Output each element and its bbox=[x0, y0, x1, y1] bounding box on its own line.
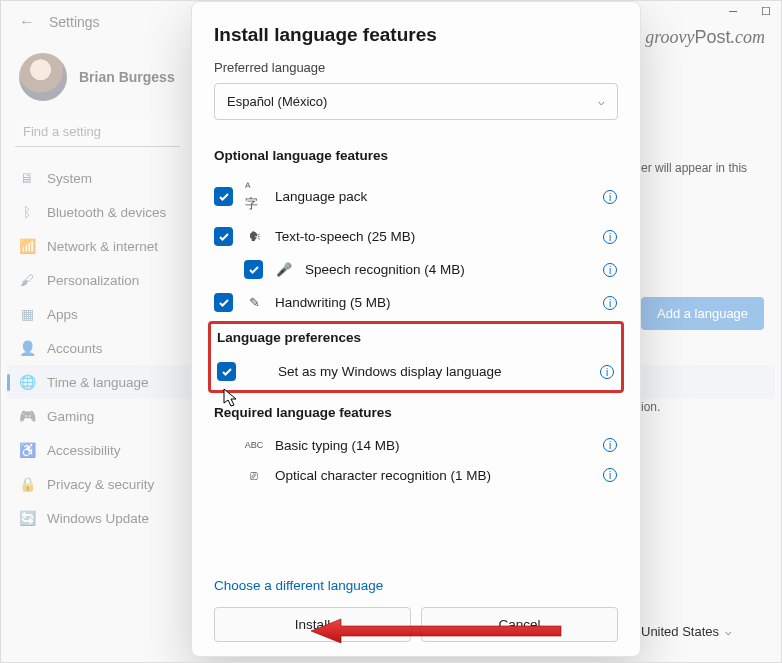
user-name: Brian Burgess bbox=[79, 69, 175, 85]
feature-ocr: ⎚ Optical character recognition (1 MB) i bbox=[214, 460, 618, 490]
nav-icon: 🔒 bbox=[19, 476, 35, 492]
checkbox-checked[interactable] bbox=[214, 187, 233, 206]
svg-text:i: i bbox=[606, 367, 608, 378]
svg-text:i: i bbox=[609, 470, 611, 481]
tts-icon: 🗣 bbox=[245, 229, 263, 244]
avatar bbox=[19, 53, 67, 101]
svg-text:i: i bbox=[609, 192, 611, 203]
nav-icon: 🎮 bbox=[19, 408, 35, 424]
nav-icon: 🖥 bbox=[19, 170, 35, 186]
bg-text: er will appear in this bbox=[641, 161, 781, 175]
svg-text:i: i bbox=[609, 440, 611, 451]
install-button[interactable]: Install bbox=[214, 607, 411, 642]
checkbox-checked[interactable] bbox=[214, 293, 233, 312]
highlight-annotation: Language preferences Set as my Windows d… bbox=[208, 321, 624, 393]
nav-icon: ♿ bbox=[19, 442, 35, 458]
window-title: Settings bbox=[49, 14, 100, 30]
nav-icon: ▦ bbox=[19, 306, 35, 322]
typing-icon: ABC bbox=[245, 440, 263, 450]
nav-icon: 🖌 bbox=[19, 272, 35, 288]
watermark: groovyPost.com bbox=[645, 27, 765, 48]
feature-display-language[interactable]: Set as my Windows display language i bbox=[217, 355, 615, 388]
info-icon[interactable]: i bbox=[602, 295, 618, 311]
bg-text: ion. bbox=[641, 400, 781, 414]
chevron-down-icon: ⌵ bbox=[725, 625, 732, 638]
info-icon[interactable]: i bbox=[602, 229, 618, 245]
feature-language-pack[interactable]: ᴬ字 Language pack i bbox=[214, 173, 618, 220]
optional-features-header: Optional language features bbox=[214, 148, 618, 163]
language-pack-icon: ᴬ字 bbox=[245, 180, 263, 213]
nav-icon: 👤 bbox=[19, 340, 35, 356]
choose-different-language-link[interactable]: Choose a different language bbox=[214, 568, 618, 607]
ocr-icon: ⎚ bbox=[245, 468, 263, 483]
svg-text:i: i bbox=[609, 265, 611, 276]
country-dropdown[interactable]: United States ⌵ bbox=[641, 624, 781, 639]
nav-icon: 🌐 bbox=[19, 374, 35, 390]
nav-icon: ᛒ bbox=[19, 204, 35, 220]
cancel-button[interactable]: Cancel bbox=[421, 607, 618, 642]
checkbox-checked[interactable] bbox=[217, 362, 236, 381]
feature-tts[interactable]: 🗣 Text-to-speech (25 MB) i bbox=[214, 220, 618, 253]
checkbox-checked[interactable] bbox=[214, 227, 233, 246]
install-language-dialog: Install language features Preferred lang… bbox=[191, 1, 641, 657]
minimize-button[interactable]: ─ bbox=[729, 5, 737, 18]
info-icon[interactable]: i bbox=[602, 437, 618, 453]
chevron-down-icon: ⌵ bbox=[598, 95, 605, 108]
checkbox-checked[interactable] bbox=[244, 260, 263, 279]
info-icon[interactable]: i bbox=[599, 364, 615, 380]
info-icon[interactable]: i bbox=[602, 262, 618, 278]
language-dropdown[interactable]: Español (México) ⌵ bbox=[214, 83, 618, 120]
info-icon[interactable]: i bbox=[602, 467, 618, 483]
feature-basic-typing: ABC Basic typing (14 MB) i bbox=[214, 430, 618, 460]
svg-text:i: i bbox=[609, 298, 611, 309]
nav-icon: 📶 bbox=[19, 238, 35, 254]
microphone-icon: 🎤 bbox=[275, 262, 293, 277]
search-input[interactable] bbox=[15, 117, 180, 147]
required-features-header: Required language features bbox=[214, 405, 618, 420]
back-icon[interactable]: ← bbox=[19, 13, 35, 31]
feature-handwriting[interactable]: ✎ Handwriting (5 MB) i bbox=[214, 286, 618, 319]
nav-icon: 🔄 bbox=[19, 510, 35, 526]
dialog-title: Install language features bbox=[214, 24, 618, 46]
info-icon[interactable]: i bbox=[602, 189, 618, 205]
svg-text:i: i bbox=[609, 232, 611, 243]
feature-speech-recognition[interactable]: 🎤 Speech recognition (4 MB) i bbox=[214, 253, 618, 286]
maximize-button[interactable]: ☐ bbox=[761, 5, 771, 18]
add-language-button[interactable]: Add a language bbox=[641, 297, 764, 330]
handwriting-icon: ✎ bbox=[245, 295, 263, 310]
language-preferences-header: Language preferences bbox=[217, 330, 615, 345]
preferred-language-label: Preferred language bbox=[214, 60, 618, 75]
